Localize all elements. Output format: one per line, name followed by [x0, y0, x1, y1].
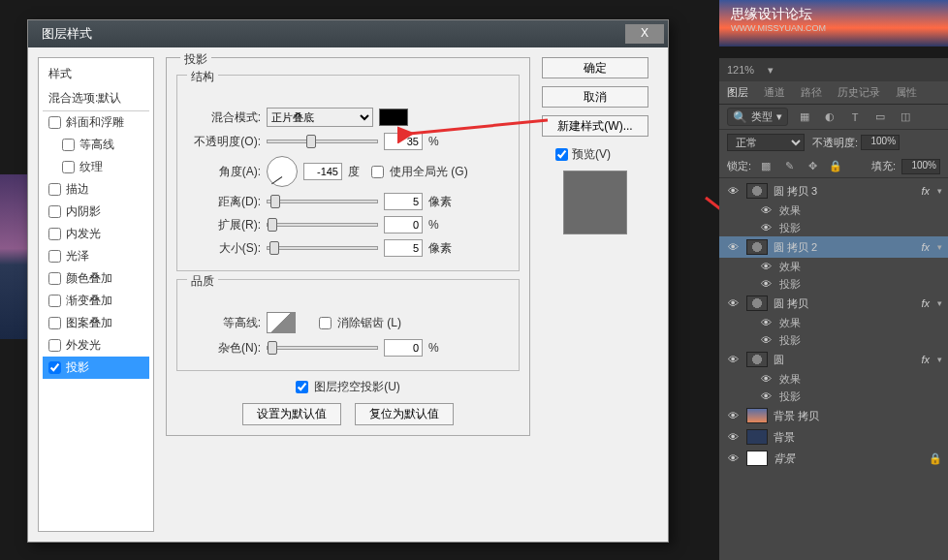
- visibility-icon[interactable]: 👁: [758, 204, 774, 216]
- opacity-input[interactable]: [384, 133, 423, 150]
- inner-glow-checkbox[interactable]: [48, 228, 61, 240]
- visibility-icon[interactable]: 👁: [758, 334, 774, 346]
- layer-thumbnail[interactable]: [746, 296, 768, 311]
- restore-default-button[interactable]: 复位为默认值: [355, 403, 454, 425]
- satin-checkbox[interactable]: [48, 250, 61, 263]
- set-default-button[interactable]: 设置为默认值: [242, 403, 341, 425]
- angle-input[interactable]: [303, 163, 342, 180]
- style-outer-glow[interactable]: 外发光: [43, 334, 149, 357]
- preview-checkbox[interactable]: [555, 148, 568, 161]
- effect-shadow-row[interactable]: 👁投影: [719, 219, 948, 236]
- layer-fill-input[interactable]: 100%: [901, 159, 940, 174]
- cancel-button[interactable]: 取消: [542, 86, 648, 108]
- lock-all-icon[interactable]: 🔒: [827, 158, 844, 175]
- layer-row[interactable]: 👁 背景 拷贝: [719, 405, 948, 426]
- style-pattern-overlay[interactable]: 图案叠加: [43, 312, 149, 334]
- visibility-icon[interactable]: 👁: [725, 185, 741, 197]
- collapse-icon[interactable]: ▾: [937, 355, 942, 364]
- visibility-icon[interactable]: 👁: [758, 278, 774, 290]
- dialog-titlebar[interactable]: 图层样式 X: [28, 20, 668, 47]
- lock-transparency-icon[interactable]: ▩: [757, 158, 774, 175]
- filter-text-icon[interactable]: T: [846, 109, 864, 126]
- visibility-icon[interactable]: 👁: [758, 222, 774, 233]
- contour-picker[interactable]: [267, 312, 296, 333]
- tab-layers[interactable]: 图层: [719, 81, 756, 104]
- style-inner-glow[interactable]: 内发光: [43, 223, 149, 245]
- bevel-checkbox[interactable]: [48, 116, 61, 129]
- layer-thumbnail[interactable]: [746, 183, 768, 199]
- blend-mode-select[interactable]: 正片叠底: [267, 108, 373, 127]
- global-light-checkbox[interactable]: [371, 166, 384, 178]
- style-texture[interactable]: 纹理: [43, 156, 149, 178]
- style-satin[interactable]: 光泽: [43, 245, 149, 267]
- layer-blend-select[interactable]: 正常: [727, 134, 805, 151]
- new-style-button[interactable]: 新建样式(W)...: [542, 115, 648, 137]
- filter-smart-icon[interactable]: ◫: [897, 109, 914, 126]
- lock-move-icon[interactable]: ✥: [804, 158, 821, 175]
- visibility-icon[interactable]: 👁: [758, 261, 774, 272]
- visibility-icon[interactable]: 👁: [758, 390, 774, 402]
- noise-input[interactable]: [384, 339, 423, 357]
- filter-shape-icon[interactable]: ▭: [871, 109, 889, 126]
- filter-adjust-icon[interactable]: ◐: [821, 109, 838, 126]
- collapse-icon[interactable]: ▾: [937, 298, 942, 308]
- stroke-checkbox[interactable]: [48, 183, 61, 196]
- style-inner-shadow[interactable]: 内阴影: [43, 201, 149, 223]
- collapse-icon[interactable]: ▾: [937, 186, 942, 196]
- distance-input[interactable]: [384, 193, 423, 210]
- fx-badge[interactable]: fx: [921, 185, 932, 197]
- ok-button[interactable]: 确定: [542, 57, 648, 78]
- tab-history[interactable]: 历史记录: [830, 81, 888, 104]
- visibility-icon[interactable]: 👁: [725, 452, 741, 464]
- effect-shadow-row[interactable]: 👁投影: [719, 388, 948, 405]
- knockout-checkbox[interactable]: [296, 381, 308, 393]
- pattern-overlay-checkbox[interactable]: [48, 317, 61, 329]
- effect-row[interactable]: 👁效果: [719, 370, 948, 388]
- style-contour[interactable]: 等高线: [43, 134, 149, 156]
- shadow-color-swatch[interactable]: [379, 109, 408, 126]
- visibility-icon[interactable]: 👁: [725, 431, 741, 443]
- color-overlay-checkbox[interactable]: [48, 272, 61, 285]
- contour-checkbox[interactable]: [62, 139, 75, 151]
- inner-shadow-checkbox[interactable]: [48, 205, 61, 218]
- effect-shadow-row[interactable]: 👁投影: [719, 275, 948, 293]
- visibility-icon[interactable]: 👁: [725, 410, 741, 421]
- blend-options[interactable]: 混合选项:默认: [43, 86, 149, 111]
- layer-thumbnail[interactable]: [746, 408, 768, 423]
- distance-slider[interactable]: [267, 200, 378, 203]
- tab-properties[interactable]: 属性: [888, 81, 925, 104]
- fx-badge[interactable]: fx: [921, 241, 932, 253]
- effect-row[interactable]: 👁效果: [719, 314, 948, 331]
- noise-slider[interactable]: [267, 346, 378, 350]
- layer-row[interactable]: 👁 圆 拷贝 3 fx▾: [719, 180, 948, 202]
- angle-dial[interactable]: [267, 156, 298, 187]
- gradient-overlay-checkbox[interactable]: [48, 295, 61, 307]
- layer-opacity-input[interactable]: 100%: [861, 135, 900, 150]
- visibility-icon[interactable]: 👁: [725, 241, 741, 253]
- lock-brush-icon[interactable]: ✎: [780, 158, 798, 175]
- style-gradient-overlay[interactable]: 渐变叠加: [43, 290, 149, 312]
- style-bevel[interactable]: 斜面和浮雕: [43, 111, 149, 134]
- layer-row[interactable]: 👁 背景: [719, 426, 948, 448]
- visibility-icon[interactable]: 👁: [758, 373, 774, 385]
- antialias-checkbox[interactable]: [319, 317, 332, 329]
- visibility-icon[interactable]: 👁: [758, 317, 774, 328]
- layer-row[interactable]: 👁 圆 拷贝 2 fx▾: [719, 236, 948, 258]
- filter-image-icon[interactable]: ▦: [796, 109, 813, 126]
- layer-thumbnail[interactable]: [746, 429, 768, 445]
- layer-thumbnail[interactable]: [746, 352, 768, 367]
- size-slider[interactable]: [267, 246, 378, 250]
- size-input[interactable]: [384, 239, 423, 257]
- tab-paths[interactable]: 路径: [793, 81, 830, 104]
- layer-row[interactable]: 👁 背景 🔒: [719, 448, 948, 469]
- spread-input[interactable]: [384, 216, 423, 233]
- close-button[interactable]: X: [625, 24, 664, 44]
- visibility-icon[interactable]: 👁: [725, 297, 741, 309]
- layer-thumbnail[interactable]: [746, 451, 768, 466]
- style-drop-shadow[interactable]: 投影: [43, 357, 149, 379]
- effect-row[interactable]: 👁效果: [719, 202, 948, 219]
- texture-checkbox[interactable]: [62, 161, 75, 173]
- collapse-icon[interactable]: ▾: [937, 242, 942, 252]
- layer-row[interactable]: 👁 圆 fx▾: [719, 349, 948, 370]
- layer-thumbnail[interactable]: [746, 239, 768, 255]
